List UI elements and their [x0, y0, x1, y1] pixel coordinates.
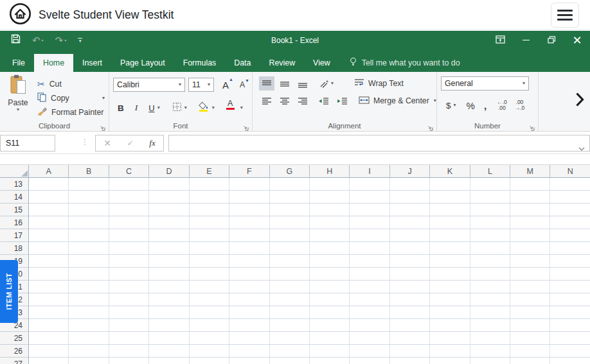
cell-K21[interactable] [430, 281, 470, 293]
cell-D20[interactable] [149, 268, 189, 281]
cell-H26[interactable] [310, 345, 350, 358]
column-header-A[interactable]: A [29, 165, 69, 177]
cell-A21[interactable] [29, 281, 69, 293]
cell-C26[interactable] [109, 345, 149, 358]
column-header-F[interactable]: F [229, 165, 269, 177]
tell-me-box[interactable]: Tell me what you want to do [350, 54, 460, 72]
orientation-button[interactable]: ▾ [316, 76, 337, 91]
cell-G26[interactable] [270, 345, 310, 358]
font-color-button[interactable]: A [223, 100, 238, 116]
column-header-L[interactable]: L [470, 165, 510, 177]
cell-K18[interactable] [430, 242, 470, 255]
cell-B23[interactable] [69, 306, 109, 319]
cell-K14[interactable] [430, 191, 470, 204]
cell-B14[interactable] [69, 191, 109, 204]
cell-L15[interactable] [470, 204, 510, 216]
formula-expand-button[interactable] [578, 142, 585, 153]
cell-L21[interactable] [470, 281, 510, 293]
cell-N25[interactable] [550, 332, 589, 345]
cell-I25[interactable] [350, 332, 389, 345]
cell-H25[interactable] [310, 332, 350, 345]
cell-G20[interactable] [270, 268, 310, 281]
cell-B22[interactable] [69, 293, 109, 306]
cell-I26[interactable] [350, 345, 389, 358]
cell-B24[interactable] [69, 319, 109, 332]
cell-L17[interactable] [470, 229, 510, 242]
cell-H13[interactable] [310, 178, 350, 191]
cell-J25[interactable] [390, 332, 430, 345]
cell-M23[interactable] [510, 306, 550, 319]
row-header-14[interactable]: 14 [0, 191, 29, 204]
cell-E21[interactable] [190, 281, 229, 293]
cell-A22[interactable] [29, 293, 69, 306]
cell-N20[interactable] [550, 268, 589, 281]
center-button[interactable] [277, 94, 292, 108]
copy-button[interactable]: Copy ▾ [37, 91, 105, 105]
cell-A16[interactable] [29, 216, 69, 229]
cell-L25[interactable] [470, 332, 510, 345]
cell-K20[interactable] [430, 268, 470, 281]
cell-E24[interactable] [190, 319, 229, 332]
cell-L26[interactable] [470, 345, 510, 358]
cell-A13[interactable] [29, 178, 69, 191]
cell-N21[interactable] [550, 281, 589, 293]
accounting-format-button[interactable]: $ ▾ [442, 101, 460, 110]
cell-C14[interactable] [109, 191, 149, 204]
cell-E18[interactable] [190, 242, 229, 255]
cell-D16[interactable] [149, 216, 189, 229]
row-header-16[interactable]: 16 [0, 216, 29, 229]
cell-G18[interactable] [270, 242, 310, 255]
cell-H22[interactable] [310, 293, 350, 306]
cell-K26[interactable] [430, 345, 470, 358]
cell-M14[interactable] [510, 191, 550, 204]
cell-L14[interactable] [470, 191, 510, 204]
cell-G15[interactable] [270, 204, 310, 216]
row-header-15[interactable]: 15 [0, 204, 29, 216]
cell-K27[interactable] [430, 358, 470, 364]
cell-G24[interactable] [270, 319, 310, 332]
column-header-H[interactable]: H [310, 165, 350, 177]
column-header-K[interactable]: K [430, 165, 470, 177]
cell-G16[interactable] [270, 216, 310, 229]
ribbon-display-options-button[interactable] [487, 31, 513, 49]
item-list-tab[interactable]: ITEM LIST [0, 260, 18, 323]
cell-M20[interactable] [510, 268, 550, 281]
cell-E27[interactable] [190, 358, 229, 364]
cell-E23[interactable] [190, 306, 229, 319]
cell-K15[interactable] [430, 204, 470, 216]
cell-E13[interactable] [190, 178, 229, 191]
cell-E20[interactable] [190, 268, 229, 281]
paste-button[interactable]: Paste ▾ [3, 74, 33, 119]
cell-B15[interactable] [69, 204, 109, 216]
insert-function-button[interactable]: fx [149, 138, 155, 148]
cell-L24[interactable] [470, 319, 510, 332]
column-header-I[interactable]: I [350, 165, 389, 177]
cell-A26[interactable] [29, 345, 69, 358]
clipboard-dialog-launcher[interactable] [100, 122, 105, 128]
cell-I21[interactable] [350, 281, 389, 293]
tab-formulas[interactable]: Formulas [174, 54, 226, 72]
name-box[interactable]: S11 [0, 135, 55, 152]
cell-M18[interactable] [510, 242, 550, 255]
cell-J24[interactable] [390, 319, 430, 332]
cell-H17[interactable] [310, 229, 350, 242]
cell-A18[interactable] [29, 242, 69, 255]
column-header-D[interactable]: D [149, 165, 189, 177]
cell-D22[interactable] [149, 293, 189, 306]
cell-I17[interactable] [350, 229, 389, 242]
cell-C25[interactable] [109, 332, 149, 345]
cell-N16[interactable] [550, 216, 589, 229]
cell-C20[interactable] [109, 268, 149, 281]
cell-H16[interactable] [310, 216, 350, 229]
align-right-button[interactable] [295, 94, 310, 108]
cell-L16[interactable] [470, 216, 510, 229]
row-header-17[interactable]: 17 [0, 229, 29, 242]
cell-K23[interactable] [430, 306, 470, 319]
redo-button[interactable]: ↷ ▾ [49, 32, 73, 49]
cell-C19[interactable] [109, 255, 149, 268]
cell-N15[interactable] [550, 204, 589, 216]
cell-C27[interactable] [109, 358, 149, 364]
cell-L18[interactable] [470, 242, 510, 255]
increase-decimal-button[interactable]: ←.0 .00 [493, 100, 511, 111]
cell-J13[interactable] [390, 178, 430, 191]
